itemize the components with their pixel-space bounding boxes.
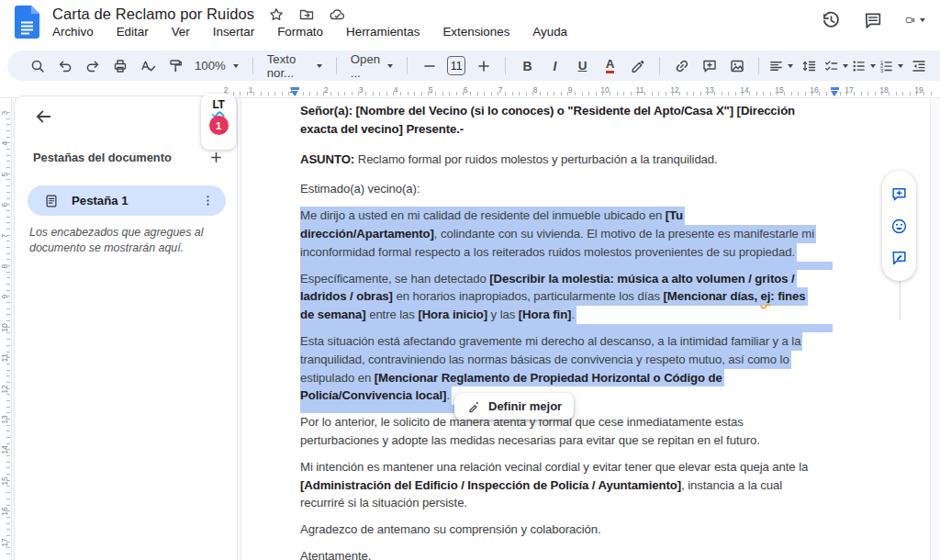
document-line[interactable]: Estimado(a) vecino(a):: [300, 180, 833, 198]
search-button[interactable]: [25, 54, 50, 78]
version-history-icon[interactable]: [821, 10, 841, 30]
increase-font-size-button[interactable]: [471, 54, 496, 78]
tab-pestana-1[interactable]: Pestaña 1: [28, 185, 226, 216]
document-line[interactable]: [Administración del Edificio / Inspecció…: [300, 476, 833, 495]
document-line[interactable]: dirección/Apartamento], colindante con s…: [300, 225, 816, 243]
toolbar-divider: [505, 57, 506, 74]
menu-formato[interactable]: Formato: [277, 25, 323, 39]
document-line[interactable]: tranquilidad, contraviniendo las normas …: [300, 351, 791, 369]
font-size-value-button[interactable]: 11: [447, 56, 465, 75]
spelling-check-button[interactable]: [135, 54, 160, 78]
ruler-number: 9: [568, 85, 573, 95]
tab-options-icon[interactable]: [201, 194, 215, 207]
left-margin-marker[interactable]: [291, 88, 299, 97]
document-line[interactable]: Esta situación está afectando gravemente…: [300, 332, 802, 351]
align-button[interactable]: [768, 54, 793, 78]
video-call-button[interactable]: [905, 10, 925, 30]
italic-button[interactable]: I: [543, 54, 567, 78]
document-blank-line[interactable]: [300, 262, 833, 270]
zoom-select-button[interactable]: 100%: [190, 59, 243, 73]
checklist-button[interactable]: [823, 54, 848, 78]
insert-link-button[interactable]: [669, 54, 694, 78]
numbered-list-button[interactable]: 123: [878, 54, 903, 78]
document-line[interactable]: Señor(a): [Nombre del Vecino (si lo cono…: [300, 102, 833, 120]
ruler-number: 14: [0, 444, 9, 455]
styles-select-button[interactable]: Texto nor...: [263, 52, 327, 80]
ruler-number: 14: [740, 85, 748, 95]
ruler-number: 10: [0, 322, 9, 333]
ruler-number: 2: [324, 85, 329, 95]
document-blank-line[interactable]: [300, 198, 833, 207]
bold-button[interactable]: B: [515, 54, 540, 78]
cloud-status-icon[interactable]: [329, 6, 345, 23]
increase-indent-button[interactable]: [934, 54, 940, 78]
document-tabs-panel: Pestañas del documento Pestaña 1 Los enc…: [14, 95, 238, 560]
suggest-edits-icon[interactable]: [890, 249, 908, 266]
document-line[interactable]: Agradezco de antemano su comprensión y c…: [300, 521, 833, 539]
insert-image-button[interactable]: [724, 54, 749, 78]
undo-button[interactable]: [52, 54, 77, 78]
document-line[interactable]: perturbaciones y adopte las medidas nece…: [300, 431, 833, 450]
menu-insertar[interactable]: Insertar: [213, 25, 254, 39]
text-segment: tranquilidad, contraviniendo las normas …: [300, 353, 789, 366]
menu-archivo[interactable]: Archivo: [52, 25, 94, 39]
comments-icon[interactable]: [863, 10, 883, 30]
decrease-font-size-button[interactable]: [417, 54, 442, 78]
underline-button[interactable]: U: [570, 54, 595, 78]
text-segment: exacta del vecino] Presente.-: [300, 122, 464, 136]
docs-logo[interactable]: [15, 6, 39, 39]
document-line[interactable]: ASUNTO: Reclamo formal por ruidos molest…: [300, 151, 833, 169]
menu-editar[interactable]: Editar: [117, 25, 149, 39]
document-line[interactable]: de semana] entre las [Hora inicio] y las…: [300, 306, 576, 324]
add-tab-icon[interactable]: [208, 150, 224, 165]
add-comment-icon[interactable]: [890, 185, 908, 203]
move-folder-icon[interactable]: [298, 6, 315, 23]
document-line[interactable]: inconformidad formal respecto a los reit…: [300, 243, 797, 262]
document-page[interactable]: Señor(a): [Nombre del Vecino (si lo cono…: [241, 99, 931, 560]
line-spacing-button[interactable]: [796, 54, 821, 78]
star-icon[interactable]: [268, 6, 285, 23]
ruler-number: 7: [498, 85, 503, 95]
document-blank-line[interactable]: [300, 405, 456, 413]
right-margin-marker[interactable]: [831, 88, 839, 97]
highlight-color-button[interactable]: [625, 54, 650, 78]
document-line[interactable]: exacta del vecino] Presente.-: [300, 120, 833, 139]
document-line[interactable]: Específicamente, se han detectado [Descr…: [300, 270, 797, 288]
text-color-button[interactable]: A: [598, 54, 622, 78]
font-select-button[interactable]: Open ...: [346, 52, 398, 80]
document-blank-line[interactable]: [300, 324, 833, 332]
document-line[interactable]: ladridos / obras] en horarios inapropiad…: [300, 287, 808, 306]
document-blank-line[interactable]: [300, 512, 833, 521]
back-arrow-icon[interactable]: [34, 107, 52, 126]
menu-herramientas[interactable]: Herramientas: [346, 25, 420, 39]
document-blank-line[interactable]: [300, 139, 833, 151]
document-line[interactable]: Mi intención es mantener una relación ve…: [300, 458, 833, 476]
document-title[interactable]: Carta de Reclamo por Ruidos: [52, 6, 254, 23]
paint-format-button[interactable]: [162, 54, 187, 78]
document-blank-line[interactable]: [300, 450, 833, 458]
add-comment-button[interactable]: [697, 54, 722, 78]
redo-button[interactable]: [80, 54, 105, 78]
menu-extensiones[interactable]: Extensiones: [442, 25, 509, 39]
decrease-indent-button[interactable]: [906, 54, 931, 78]
tabs-heading: Pestañas del documento: [33, 151, 172, 164]
document-blank-line[interactable]: [300, 168, 833, 180]
ruler-number: 3: [0, 107, 9, 118]
print-button[interactable]: [107, 54, 132, 78]
document-line[interactable]: Policía/Convivencia local].: [300, 386, 452, 405]
ruler-number: 5: [429, 85, 433, 95]
languagetool-widget[interactable]: LT 1: [201, 94, 236, 150]
document-text[interactable]: Señor(a): [Nombre del Vecino (si lo cono…: [300, 102, 833, 560]
ruler-number: 12: [670, 85, 678, 95]
define-better-button[interactable]: Definir mejor: [454, 393, 574, 420]
document-line[interactable]: Me dirijo a usted en mi calidad de resid…: [300, 207, 685, 225]
emoji-reaction-icon[interactable]: [890, 218, 908, 235]
document-blank-line[interactable]: [300, 539, 833, 547]
menu-ver[interactable]: Ver: [172, 25, 190, 39]
bulleted-list-button[interactable]: [851, 54, 876, 78]
document-line[interactable]: estipulado en [Mencionar Reglamento de P…: [300, 369, 724, 387]
menu-ayuda[interactable]: Ayuda: [532, 25, 567, 39]
document-line[interactable]: Atentamente,: [300, 547, 833, 560]
ruler-number: 10: [600, 85, 609, 95]
document-line[interactable]: recurriré si la situación persiste.: [300, 494, 833, 512]
